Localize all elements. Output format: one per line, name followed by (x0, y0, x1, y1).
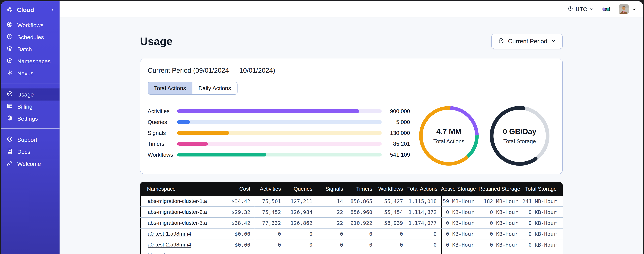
account-menu[interactable] (619, 4, 636, 14)
cell-active-storage: 0 KB-Hour (441, 240, 478, 250)
cell-total-storage: 0 KB-Hour (522, 228, 563, 240)
cell-activities: 75,452 (254, 207, 285, 218)
sidebar-divider (1, 128, 60, 129)
avatar[interactable] (619, 4, 629, 14)
namespace-link[interactable]: a0-test-2.a98mm4 (148, 242, 191, 248)
chevron-down-icon (551, 38, 556, 45)
docs-icon (6, 148, 13, 156)
cell-signals: 14 (317, 196, 348, 207)
namespace-link[interactable]: abs-migration-cluster-1.a98mm4 (148, 198, 207, 204)
namespace-cell: a0-test-1.a98mm4 (140, 228, 207, 240)
sidebar-group: UsageBillingSettings (1, 88, 60, 125)
column-header-cost[interactable]: Cost (207, 182, 254, 196)
bar-value: 541,109 (382, 152, 410, 158)
sidebar-divider (1, 83, 60, 84)
cell-retained-storage: 0 KB-Hour (478, 207, 522, 218)
sidebar-collapse-button[interactable] (50, 8, 55, 12)
bar-fill (177, 120, 190, 124)
sidebar-item-nexus[interactable]: Nexus (1, 67, 60, 80)
namespace-cell: a0-test-2.a98mm4 (140, 240, 207, 250)
sidebar-item-docs[interactable]: Docs (1, 146, 60, 158)
cell-total-actions: 0 (407, 228, 441, 240)
cell-workflows: 58,939 (377, 218, 407, 228)
column-header-workflows[interactable]: Workflows (377, 182, 407, 196)
cell-total-actions: 1,114,872 (407, 207, 441, 218)
cell-total-storage: 0 KB-Hour (522, 207, 563, 218)
column-header-total-storage[interactable]: Total Storage (522, 182, 563, 196)
tab-daily-actions[interactable]: Daily Actions (192, 82, 237, 94)
cell-queries: 0 (285, 250, 317, 254)
cell-activities: 75,501 (254, 196, 285, 207)
timezone-selector[interactable]: UTC (568, 6, 594, 12)
sidebar-item-welcome[interactable]: Welcome (1, 158, 60, 170)
sidebar-item-settings[interactable]: Settings (1, 112, 60, 125)
tab-total-actions[interactable]: Total Actions (148, 82, 192, 94)
support-icon (6, 136, 13, 144)
cell-timers: 0 (348, 240, 377, 250)
namespace-link[interactable]: a0-test-1.a98mm4 (148, 231, 191, 237)
period-button-label: Current Period (508, 38, 547, 45)
column-header-retained-storage[interactable]: Retained Storage (478, 182, 522, 196)
sidebar-item-label: Usage (17, 91, 34, 98)
sidebar-item-label: Batch (17, 46, 32, 52)
table-row: bk-worker-test.a98mm4$0.000000110 KB-Hou… (140, 250, 563, 254)
clock-icon (568, 6, 573, 12)
usage-donuts: 4.7 MMTotal Actions0 GB/DayTotal Storage (419, 105, 550, 166)
sidebar-item-label: Settings (17, 116, 38, 122)
sidebar-item-label: Schedules (17, 34, 44, 40)
cell-cost: $38.42 (207, 218, 254, 228)
column-header-namespace[interactable]: Namespace (140, 182, 207, 196)
cell-signals: 22 (317, 218, 348, 228)
namespace-link[interactable]: bk-worker-test.a98mm4 (148, 252, 204, 254)
cell-queries: 0 (285, 240, 317, 250)
table-row: abs-migration-cluster-2.a98mm4$29.3275,4… (140, 207, 563, 218)
nexus-icon (6, 70, 13, 77)
period-selector-button[interactable]: Current Period (491, 34, 563, 49)
column-header-activities[interactable]: Activities (254, 182, 285, 196)
cell-timers: 856,865 (348, 196, 377, 207)
column-header-timers[interactable]: Timers (348, 182, 377, 196)
sidebar-item-namespaces[interactable]: Namespaces (1, 55, 60, 67)
donut-total-storage: 0 GB/DayTotal Storage (490, 106, 550, 166)
schedules-icon (6, 33, 13, 41)
cell-workflows: 1 (377, 250, 407, 254)
cell-signals: 22 (317, 207, 348, 218)
sidebar-item-usage[interactable]: Usage (1, 88, 60, 100)
welcome-icon (6, 160, 13, 168)
sidebar-brand: Cloud (1, 1, 60, 19)
sidebar-item-workflows[interactable]: Workflows (1, 19, 60, 31)
bar-row-signals: Signals130,000 (148, 128, 410, 138)
feedback-glasses-button[interactable] (602, 5, 611, 14)
sidebar-item-schedules[interactable]: Schedules (1, 31, 60, 43)
cell-workflows: 0 (377, 240, 407, 250)
actions-bar-chart: Activities900,000Queries5,000Signals130,… (148, 105, 410, 160)
sidebar-item-support[interactable]: Support (1, 134, 60, 146)
cell-total-storage: 0 KB-Hour (522, 240, 563, 250)
sidebar-item-billing[interactable]: Billing (1, 100, 60, 112)
batch-icon (6, 46, 13, 53)
column-header-total-actions[interactable]: Total Actions (407, 182, 441, 196)
cell-signals: 0 (317, 250, 348, 254)
cell-timers: 0 (348, 250, 377, 254)
column-header-queries[interactable]: Queries (285, 182, 317, 196)
cell-cost: $34.42 (207, 196, 254, 207)
column-header-signals[interactable]: Signals (317, 182, 348, 196)
cell-signals: 0 (317, 240, 348, 250)
cell-timers: 910,922 (348, 218, 377, 228)
bar-fill (177, 110, 359, 113)
column-header-active-storage[interactable]: Active Storage (441, 182, 478, 196)
namespace-link[interactable]: abs-migration-cluster-3.a98mm4 (148, 220, 207, 226)
sidebar-groups: WorkflowsSchedulesBatchNamespacesNexusUs… (1, 19, 60, 170)
usage-visuals: Activities900,000Queries5,000Signals130,… (148, 105, 555, 166)
namespaces-icon (6, 58, 13, 65)
sidebar-item-batch[interactable]: Batch (1, 43, 60, 55)
main-area: UTC Usage Current Period (60, 1, 643, 254)
cell-activities: 0 (254, 228, 285, 240)
bar-label: Workflows (148, 152, 177, 158)
cell-queries: 126,862 (285, 218, 317, 228)
cell-active-storage: 59 MB-Hour (441, 196, 478, 207)
cell-signals: 0 (317, 228, 348, 240)
sidebar-brand-label: Cloud (17, 6, 34, 14)
namespace-cell: bk-worker-test.a98mm4 (140, 250, 207, 254)
namespace-link[interactable]: abs-migration-cluster-2.a98mm4 (148, 209, 207, 215)
